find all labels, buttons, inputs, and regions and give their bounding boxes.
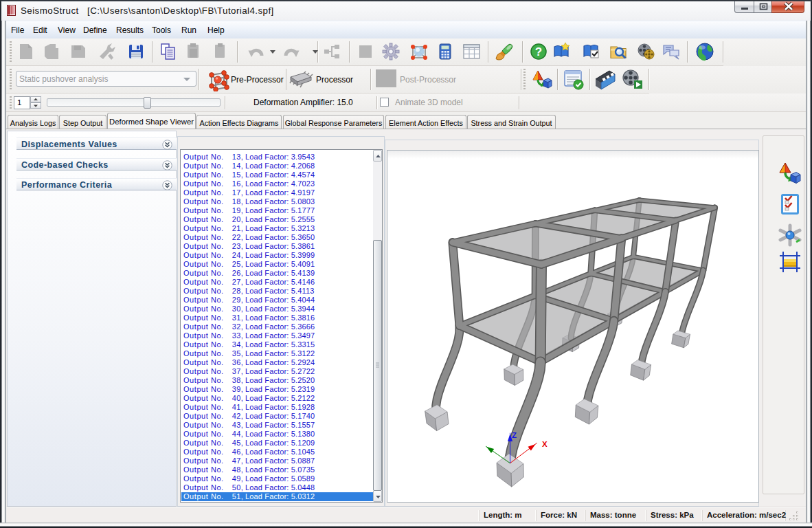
svg-text:Z: Z	[512, 431, 517, 439]
svg-text:?: ?	[535, 45, 542, 58]
svg-text:X: X	[542, 440, 548, 448]
